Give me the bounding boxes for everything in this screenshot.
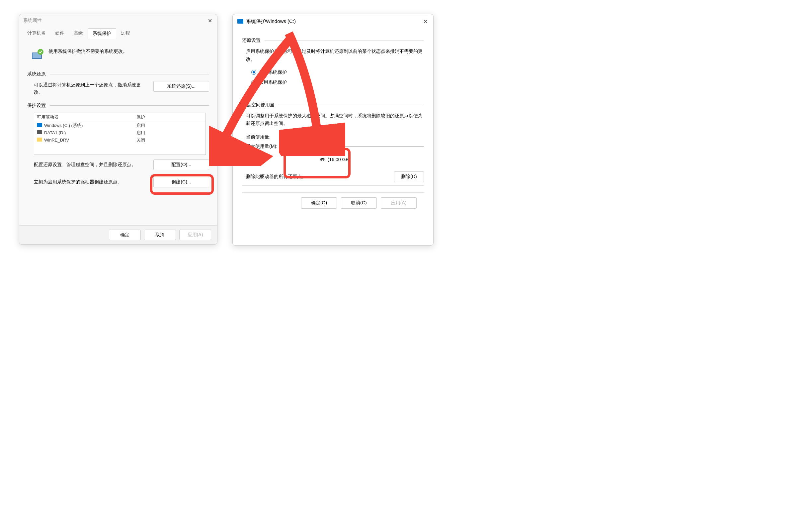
divider [279, 105, 424, 105]
table-row[interactable]: WinRE_DRV 关闭 [34, 137, 205, 144]
radio-enable-protection[interactable]: 启用系统保护 [251, 70, 424, 75]
section-restore-title: 系统还原 [27, 71, 46, 77]
configure-button[interactable]: 配置(O)... [153, 160, 209, 170]
apply-button[interactable]: 应用(A) [381, 197, 417, 209]
tab-bar: 计算机名 硬件 高级 系统保护 远程 [19, 28, 217, 39]
delete-button[interactable]: 删除(D) [394, 171, 424, 182]
window-title: 系统属性 [23, 18, 206, 24]
configure-description: 配置还原设置、管理磁盘空间，并且删除还原点。 [34, 162, 149, 168]
max-usage-slider[interactable] [289, 146, 424, 147]
close-icon[interactable]: ✕ [422, 18, 429, 25]
table-header-drive: 可用驱动器 [37, 114, 137, 120]
section-disk-usage: 磁盘空间使用量 [242, 102, 274, 108]
close-icon[interactable]: ✕ [206, 17, 213, 24]
titlebar: 系统保护Windows (C:) ✕ [233, 14, 433, 28]
titlebar: 系统属性 ✕ [19, 14, 217, 27]
current-usage-label: 当前使用量: [246, 134, 289, 140]
disk-usage-description: 可以调整用于系统保护的最大磁盘空间。占满空间时，系统将删除较旧的还原点以便为新还… [246, 112, 424, 128]
window-title: 系统保护Windows (C:) [246, 18, 422, 25]
content-area: 使用系统保护撤消不需要的系统更改。 系统还原 可以通过将计算机还原到上一个还原点… [19, 39, 217, 199]
tab-hardware[interactable]: 硬件 [51, 28, 69, 39]
hdd-icon [37, 130, 42, 134]
slider-percentage: 8% (16.00 GB) [246, 157, 424, 162]
system-protection-config-dialog: 系统保护Windows (C:) ✕ 还原设置 启用系统保护后，你可以通过及时将… [232, 14, 434, 246]
table-header-protection: 保护 [137, 114, 176, 120]
slider-thumb-icon[interactable] [298, 143, 302, 150]
table-row[interactable]: Windows (C:) (系统) 启用 [34, 122, 205, 129]
tab-remote[interactable]: 远程 [116, 28, 135, 39]
create-button[interactable]: 创建(C)... [153, 177, 209, 187]
folder-icon [37, 138, 42, 141]
restore-description: 可以通过将计算机还原到上一个还原点，撤消系统更改。 [34, 81, 147, 96]
drive-icon [237, 19, 243, 24]
create-description: 立刻为启用系统保护的驱动器创建还原点。 [34, 179, 149, 185]
ok-button[interactable]: 确定 [109, 229, 141, 240]
content-area: 还原设置 启用系统保护后，你可以通过及时将计算机还原到以前的某个状态点来撤消不需… [233, 28, 433, 213]
cancel-button[interactable]: 取消(C) [341, 197, 377, 209]
current-usage-value: 1.98 GB [289, 135, 306, 140]
section-restore-settings: 还原设置 [242, 37, 261, 44]
protection-radio-group: 启用系统保护 禁用系统保护 [251, 70, 424, 85]
tab-system-protection[interactable]: 系统保护 [88, 28, 116, 39]
divider [50, 105, 209, 106]
divider [50, 74, 209, 75]
radio-icon [251, 70, 256, 75]
divider [265, 40, 424, 41]
ok-button[interactable]: 确定(O) [301, 197, 337, 209]
section-settings-title: 保护设置 [27, 103, 46, 109]
restore-settings-description: 启用系统保护后，你可以通过及时将计算机还原到以前的某个状态点来撤消不需要的更改。 [246, 48, 424, 63]
dialog-footer: 确定(O) 取消(C) 应用(A) [242, 192, 424, 213]
table-row[interactable]: DATA1 (D:) 启用 [34, 129, 205, 137]
dialog-footer: 确定 取消 应用(A) [19, 225, 217, 244]
svg-point-2 [37, 49, 44, 55]
tab-advanced[interactable]: 高级 [69, 28, 88, 39]
cancel-button[interactable]: 取消 [144, 229, 176, 240]
system-restore-button[interactable]: 系统还原(S)... [153, 81, 209, 92]
divider [242, 185, 424, 186]
apply-button[interactable]: 应用(A) [179, 229, 211, 240]
max-usage-label: 最大使用量(M): [246, 143, 289, 149]
usage-info: 当前使用量: 1.98 GB 最大使用量(M): 8% (16.00 GB) [246, 134, 424, 162]
drive-table: 可用驱动器 保护 Windows (C:) (系统) 启用 DATA1 (D:)… [34, 113, 206, 155]
delete-description: 删除此驱动器的所有还原点。 [246, 174, 387, 180]
windows-drive-icon [37, 123, 42, 127]
radio-disable-protection[interactable]: 禁用系统保护 [251, 79, 424, 85]
shield-icon [31, 48, 44, 61]
info-text: 使用系统保护撤消不需要的系统更改。 [49, 48, 127, 54]
radio-icon [251, 80, 256, 85]
system-properties-dialog: 系统属性 ✕ 计算机名 硬件 高级 系统保护 远程 使用系统保护撤消不需要的系统… [19, 14, 218, 245]
tab-computer-name[interactable]: 计算机名 [23, 28, 51, 39]
